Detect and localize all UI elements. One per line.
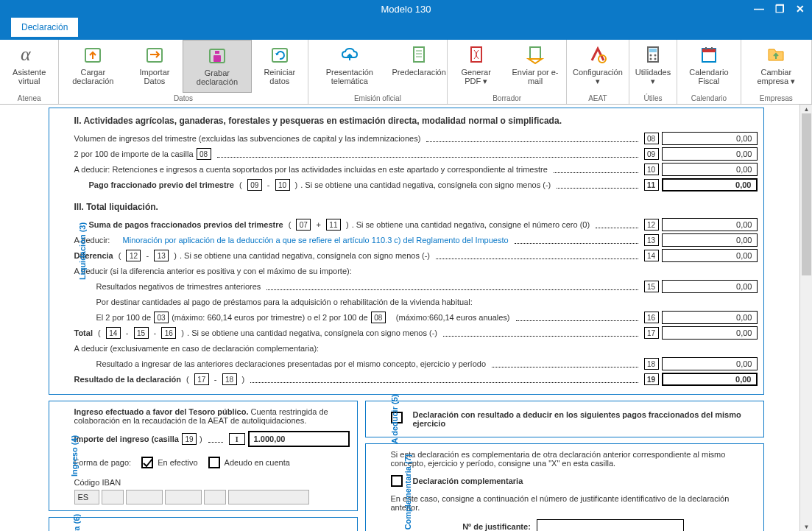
load-icon [81, 43, 105, 66]
field-19[interactable]: 0,00 [662, 373, 758, 386]
checkbox-adeudo[interactable] [208, 457, 220, 468]
calendar-icon [697, 43, 721, 66]
minimize-button[interactable]: — [749, 0, 769, 18]
field-09[interactable]: 0,00 [662, 147, 758, 161]
box-10: 10 [644, 163, 659, 175]
iban-input[interactable]: ES [74, 490, 350, 504]
cloud-upload-icon [338, 43, 361, 66]
panel-negativa: Negativa (6) Declaración negativa [49, 517, 358, 531]
box-13: 13 [644, 234, 659, 246]
field-12[interactable]: 0,00 [662, 218, 758, 231]
box-16: 16 [644, 312, 659, 323]
panel-complementaria: Complementaria (7) Si esta declaración e… [365, 443, 764, 531]
field-14[interactable]: 0,00 [662, 249, 758, 262]
maximize-button[interactable]: ❐ [769, 0, 790, 18]
checkbox-efectivo[interactable] [141, 457, 153, 468]
generar-pdf-button[interactable]: Generar PDF ▾ [448, 40, 504, 93]
svg-rect-21 [702, 49, 716, 52]
box-09: 09 [644, 148, 659, 160]
box-19: 19 [644, 373, 659, 385]
reiniciar-datos-button[interactable]: Reiniciar datos [252, 40, 307, 93]
justificante-input[interactable] [537, 519, 684, 531]
email-icon [523, 43, 547, 66]
box-15: 15 [644, 281, 659, 292]
panel-liquidacion: Liquidación (3) II. Actividades agrícola… [49, 108, 764, 395]
close-button[interactable]: ✕ [790, 0, 811, 18]
checkbox-complementaria[interactable] [391, 475, 403, 487]
section-2-title: II. Actividades agrícolas, ganaderas, fo… [74, 116, 758, 126]
svg-rect-4 [213, 55, 221, 62]
grabar-declaracion-button[interactable]: Grabar declaración [183, 40, 252, 93]
document-icon [407, 43, 431, 66]
panel-ingreso: Ingreso (4) Ingreso efectuado a favor de… [49, 401, 358, 511]
panel-a-deducir: A deducir (5) Declaración con resultado … [365, 401, 764, 437]
field-18[interactable]: 0,00 [662, 357, 758, 370]
field-10[interactable]: 0,00 [662, 163, 758, 176]
field-15[interactable]: 0,00 [662, 280, 758, 293]
box-11: 11 [644, 179, 659, 191]
cargar-declaracion-button[interactable]: Cargar declaración [59, 40, 127, 93]
asistente-virtual-button[interactable]: α Asistente virtual [0, 40, 58, 93]
box-14: 14 [644, 250, 659, 261]
field-16[interactable]: 0,00 [662, 311, 758, 324]
side-liquidacion: Liquidación (3) [78, 222, 87, 280]
svg-point-19 [654, 58, 656, 60]
box-18: 18 [644, 358, 659, 370]
ribbon-tabs: Declaración [0, 18, 812, 40]
field-08[interactable]: 0,00 [662, 132, 758, 145]
ribbon: α Asistente virtual Atenea Cargar declar… [0, 40, 812, 105]
scroll-down-icon[interactable]: ▼ [800, 522, 812, 531]
title-bar: Modelo 130 — ❐ ✕ [0, 0, 812, 18]
enviar-email-button[interactable]: Enviar por e-mail [504, 40, 566, 93]
utilidades-button[interactable]: Utilidades ▾ [629, 40, 677, 93]
pdf-icon [465, 43, 488, 66]
save-icon [205, 43, 229, 67]
folder-icon [764, 43, 788, 66]
svg-rect-7 [414, 47, 424, 62]
aeat-icon [586, 43, 610, 66]
form-area: Liquidación (3) II. Actividades agrícola… [0, 105, 812, 531]
box-12: 12 [644, 219, 659, 231]
side-negativa: Negativa (6) [72, 514, 81, 531]
svg-point-16 [649, 54, 652, 57]
svg-rect-5 [215, 51, 219, 54]
section-3-title: III. Total liquidación. [74, 202, 758, 212]
svg-rect-12 [530, 47, 540, 59]
field-17[interactable]: 0,00 [662, 326, 758, 340]
scroll-up-icon[interactable]: ▲ [800, 105, 812, 113]
importar-datos-button[interactable]: Importar Datos [127, 40, 182, 93]
configuracion-button[interactable]: Configuración ▾ [567, 40, 629, 93]
svg-point-18 [649, 58, 652, 60]
side-complementaria: Complementaria (7) [403, 454, 412, 530]
predeclaracion-button[interactable]: Predeclaración [391, 40, 447, 93]
calendario-fiscal-button[interactable]: Calendario Fiscal [677, 40, 741, 93]
window-title: Modelo 130 [381, 4, 431, 15]
alpha-icon: α [18, 43, 41, 66]
svg-text:α: α [21, 44, 32, 65]
box-17: 17 [644, 327, 659, 339]
svg-rect-15 [649, 49, 657, 52]
minoracion-link[interactable]: Minoración por aplicación de la deducció… [123, 236, 509, 245]
svg-point-17 [654, 54, 656, 57]
scrollbar-thumb[interactable] [802, 113, 811, 275]
cambiar-empresa-button[interactable]: Cambiar empresa ▾ [741, 40, 811, 93]
field-13[interactable]: 0,00 [662, 233, 758, 247]
side-ingreso: Ingreso (4) [70, 435, 79, 477]
vertical-scrollbar[interactable]: ▲ ▼ [799, 105, 812, 531]
reload-icon [268, 43, 292, 66]
side-a-deducir: A deducir (5) [390, 395, 399, 444]
import-icon [143, 43, 166, 66]
importe-ingreso-field[interactable]: 1.000,00 [248, 431, 350, 447]
box-08: 08 [644, 133, 659, 144]
tab-declaracion[interactable]: Declaración [11, 18, 78, 37]
field-11[interactable]: 0,00 [662, 178, 758, 191]
calculator-icon [641, 43, 665, 66]
presentacion-telematica-button[interactable]: Presentación telemática [308, 40, 391, 93]
